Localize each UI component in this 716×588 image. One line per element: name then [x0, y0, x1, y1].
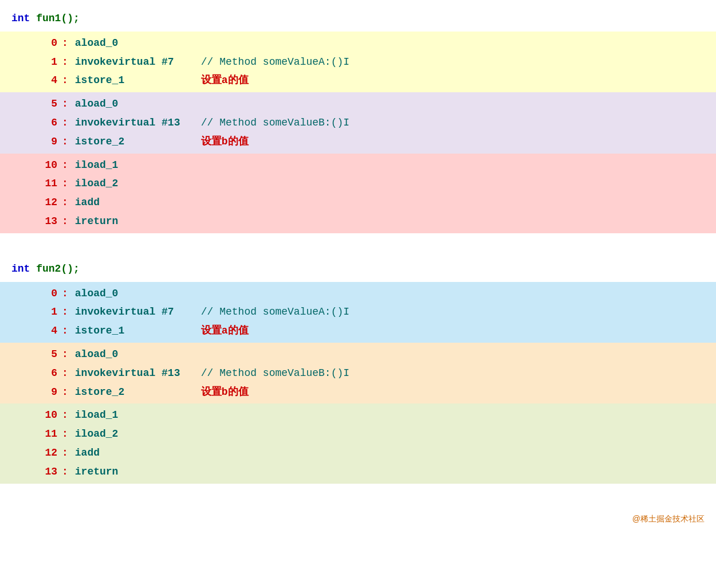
code-line: 6:invokevirtual #13// Method someValueB:… — [0, 364, 716, 383]
colon: : — [62, 426, 68, 442]
fun1-section-1: 5:aload_06:invokevirtual #13// Method so… — [0, 92, 716, 153]
line-number: 5 — [34, 96, 57, 112]
colon: : — [62, 304, 68, 320]
code-line: 12:iadd — [0, 193, 716, 212]
annotation: 设置a的值 — [201, 72, 249, 89]
colon: : — [62, 175, 68, 192]
line-number: 9 — [34, 384, 57, 401]
line-number: 12 — [34, 194, 57, 211]
fun1-section-0: 0:aload_01:invokevirtual #7// Method som… — [0, 32, 716, 92]
code-line: 11:iload_2 — [0, 425, 716, 444]
line-number: 11 — [34, 426, 57, 442]
comment: // Method someValueA:()I — [201, 304, 349, 320]
line-number: 12 — [34, 445, 57, 461]
code-line: 0:aload_0 — [0, 284, 716, 303]
line-number: 6 — [34, 365, 57, 382]
colon: : — [62, 213, 68, 230]
line-number: 4 — [34, 72, 57, 89]
line-number: 1 — [34, 304, 57, 320]
colon: : — [62, 115, 68, 131]
code-line: 12:iadd — [0, 444, 716, 462]
opcode: aload_0 — [75, 96, 190, 112]
opcode: iload_1 — [75, 157, 190, 174]
opcode: istore_1 — [75, 323, 190, 339]
opcode: iload_1 — [75, 407, 190, 424]
colon: : — [62, 346, 68, 363]
opcode: aload_0 — [75, 285, 190, 302]
code-line: 1:invokevirtual #7// Method someValueA:(… — [0, 53, 716, 72]
annotation: 设置b的值 — [201, 384, 249, 401]
line-number: 11 — [34, 175, 57, 192]
fun1-name: fun1 — [36, 13, 61, 24]
code-line: 13:ireturn — [0, 212, 716, 231]
comment: // Method someValueB:()I — [201, 365, 349, 382]
colon: : — [62, 134, 68, 150]
annotation: 设置a的值 — [201, 323, 249, 339]
colon: : — [62, 194, 68, 211]
line-number: 4 — [34, 323, 57, 339]
opcode: istore_1 — [75, 72, 190, 89]
opcode: ireturn — [75, 213, 190, 230]
opcode: ireturn — [75, 464, 190, 480]
code-line: 6:invokevirtual #13// Method someValueB:… — [0, 113, 716, 132]
opcode: aload_0 — [75, 346, 190, 363]
colon: : — [62, 157, 68, 174]
comment: // Method someValueA:()I — [201, 54, 349, 70]
code-line: 5:aload_0 — [0, 345, 716, 364]
line-number: 6 — [34, 115, 57, 131]
fun2-section-0: 0:aload_01:invokevirtual #7// Method som… — [0, 282, 716, 343]
colon: : — [62, 96, 68, 112]
opcode: invokevirtual #7 — [75, 304, 190, 320]
opcode: iadd — [75, 445, 190, 461]
opcode: iload_2 — [75, 175, 190, 192]
line-number: 9 — [34, 134, 57, 150]
fun1-section-2: 10:iload_111:iload_212:iadd13:ireturn — [0, 154, 716, 233]
line-number: 0 — [34, 285, 57, 302]
fun2-name: fun2 — [36, 263, 61, 275]
colon: : — [62, 384, 68, 401]
fun2-section-1: 5:aload_06:invokevirtual #13// Method so… — [0, 343, 716, 403]
opcode: iload_2 — [75, 426, 190, 442]
opcode: invokevirtual #13 — [75, 115, 190, 131]
line-number: 1 — [34, 54, 57, 70]
code-line: 4:istore_1设置a的值 — [0, 322, 716, 340]
code-line: 4:istore_1设置a的值 — [0, 71, 716, 90]
line-number: 10 — [34, 407, 57, 424]
colon: : — [62, 35, 68, 52]
line-number: 0 — [34, 35, 57, 52]
fun1-block: int fun1(); 0:aload_01:invokevirtual #7/… — [0, 6, 716, 233]
fun1-params: (); — [61, 13, 79, 24]
annotation: 设置b的值 — [201, 134, 249, 150]
code-line: 1:invokevirtual #7// Method someValueA:(… — [0, 303, 716, 322]
opcode: iadd — [75, 194, 190, 211]
fun2-keyword: int — [11, 263, 30, 275]
code-line: 10:iload_1 — [0, 156, 716, 175]
line-number: 13 — [34, 464, 57, 480]
opcode: invokevirtual #7 — [75, 54, 190, 70]
line-number: 13 — [34, 213, 57, 230]
code-line: 10:iload_1 — [0, 406, 716, 425]
code-line: 13:ireturn — [0, 462, 716, 481]
code-line: 9:istore_2设置b的值 — [0, 383, 716, 402]
colon: : — [62, 407, 68, 424]
fun2-section-2: 10:iload_111:iload_212:iadd13:ireturn — [0, 403, 716, 483]
colon: : — [62, 285, 68, 302]
watermark: @稀土掘金技术社区 — [0, 507, 716, 531]
opcode: istore_2 — [75, 384, 190, 401]
page: int fun1(); 0:aload_01:invokevirtual #7/… — [0, 0, 716, 536]
fun1-signature: int fun1(); — [0, 6, 716, 32]
colon: : — [62, 464, 68, 480]
colon: : — [62, 365, 68, 382]
colon: : — [62, 54, 68, 70]
code-line: 5:aload_0 — [0, 95, 716, 113]
fun2-params: (); — [61, 263, 79, 275]
opcode: istore_2 — [75, 134, 190, 150]
code-line: 0:aload_0 — [0, 34, 716, 53]
fun2-signature: int fun2(); — [0, 256, 716, 282]
comment: // Method someValueB:()I — [201, 115, 349, 131]
line-number: 10 — [34, 157, 57, 174]
opcode: aload_0 — [75, 35, 190, 52]
colon: : — [62, 72, 68, 89]
fun2-block: int fun2(); 0:aload_01:invokevirtual #7/… — [0, 256, 716, 484]
colon: : — [62, 445, 68, 461]
